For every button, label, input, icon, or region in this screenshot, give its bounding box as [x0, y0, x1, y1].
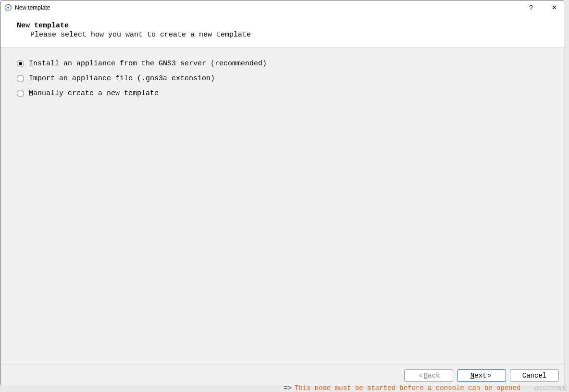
watermark: @51CTO博客	[534, 385, 567, 392]
close-button[interactable]: ✕	[547, 3, 561, 12]
radio-import-file[interactable]: Import an appliance file (.gns3a extensi…	[17, 74, 548, 83]
radio-manual-create[interactable]: Manually create a new template	[17, 89, 548, 98]
radio-icon	[17, 75, 24, 82]
chevron-left-icon: <	[419, 372, 422, 379]
back-button[interactable]: < Back	[404, 369, 453, 382]
radio-label: Install an appliance from the GNS3 serve…	[29, 60, 267, 68]
console-status-text: =>This node must be started before a con…	[284, 384, 520, 392]
radio-icon	[17, 60, 24, 67]
page-subtitle: Please select how you want to create a n…	[17, 31, 558, 39]
titlebar-controls: ? ✕	[524, 3, 561, 12]
prompt-arrow-icon: =>	[284, 384, 292, 392]
titlebar: New template ? ✕	[0, 0, 565, 15]
radio-install-server[interactable]: Install an appliance from the GNS3 serve…	[17, 60, 548, 68]
dialog-footer: < Back Next > Cancel	[0, 365, 565, 386]
page-title: New template	[17, 22, 558, 30]
cancel-button[interactable]: Cancel	[510, 369, 559, 382]
app-icon	[4, 4, 12, 12]
dialog-header: New template Please select how you want …	[0, 15, 565, 48]
new-template-dialog: New template ? ✕ New template Please sel…	[0, 0, 565, 386]
svg-point-1	[7, 7, 9, 9]
titlebar-title: New template	[15, 4, 524, 11]
template-method-radio-group: Install an appliance from the GNS3 serve…	[17, 60, 548, 98]
dialog-content: Install an appliance from the GNS3 serve…	[0, 48, 565, 365]
radio-label: Import an appliance file (.gns3a extensi…	[29, 74, 215, 83]
radio-icon	[17, 90, 24, 97]
help-button[interactable]: ?	[524, 3, 538, 12]
chevron-right-icon: >	[488, 372, 491, 379]
next-button[interactable]: Next >	[457, 369, 506, 382]
radio-label: Manually create a new template	[29, 89, 159, 98]
